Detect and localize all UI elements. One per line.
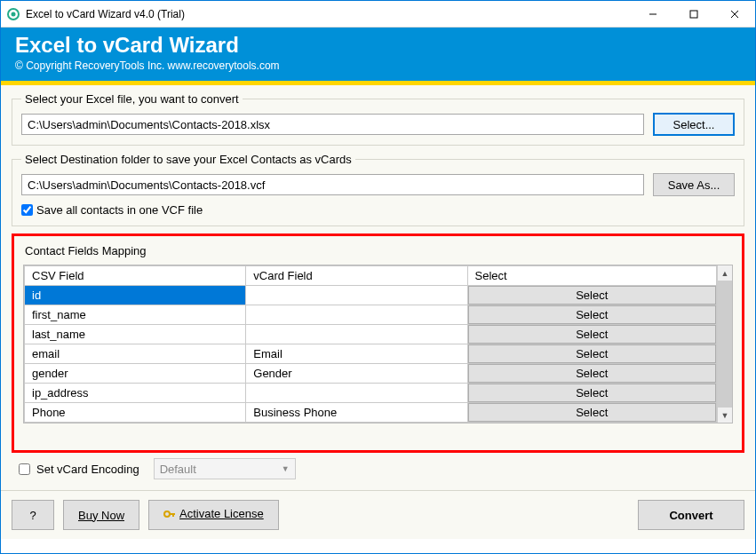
csv-cell: last_name <box>25 325 246 344</box>
csv-cell: gender <box>25 364 246 384</box>
destination-fieldset: Select Destination folder to save your E… <box>12 153 744 226</box>
vcard-cell <box>246 305 467 325</box>
mapping-fieldset: Contact Fields Mapping CSV Field vCard F… <box>12 233 744 453</box>
vcard-cell <box>246 286 467 305</box>
select-cell: Select <box>467 403 716 423</box>
table-scrollbar[interactable]: ▲ ▼ <box>717 265 732 423</box>
window-title: Excel to vCard Wizard v4.0 (Trial) <box>26 8 633 20</box>
svg-point-1 <box>12 12 16 16</box>
select-cell: Select <box>467 364 716 384</box>
convert-button[interactable]: Convert <box>638 500 744 530</box>
table-row[interactable]: emailEmailSelect <box>25 344 717 364</box>
app-header: Excel to vCard Wizard © Copyright Recove… <box>1 28 755 81</box>
buy-now-button[interactable]: Buy Now <box>63 500 139 530</box>
vcard-cell: Gender <box>246 364 467 384</box>
encoding-row: Set vCard Encoding Default ▼ <box>12 453 744 490</box>
vcard-cell: Business Phone <box>246 403 467 423</box>
select-source-button[interactable]: Select... <box>653 113 735 136</box>
csv-cell: id <box>25 286 246 305</box>
app-icon <box>6 7 20 21</box>
csv-cell: email <box>25 344 246 364</box>
chevron-down-icon: ▼ <box>282 464 290 473</box>
app-title: Excel to vCard Wizard <box>15 33 741 58</box>
row-select-button[interactable]: Select <box>468 403 716 422</box>
footer: ? Buy Now Activate License Convert <box>1 490 755 539</box>
csv-cell: Phone <box>25 403 246 423</box>
table-row[interactable]: PhoneBusiness PhoneSelect <box>25 403 717 423</box>
select-cell: Select <box>467 305 716 325</box>
mapping-legend: Contact Fields Mapping <box>25 244 733 257</box>
row-select-button[interactable]: Select <box>468 305 716 324</box>
source-fieldset: Select your Excel file, you want to conv… <box>12 92 744 146</box>
row-select-button[interactable]: Select <box>468 325 716 344</box>
encoding-value: Default <box>160 463 196 476</box>
row-select-button[interactable]: Select <box>468 384 716 402</box>
row-select-button[interactable]: Select <box>468 344 716 363</box>
table-row[interactable]: first_nameSelect <box>25 305 717 325</box>
scroll-thumb[interactable] <box>718 281 732 408</box>
col-vcard: vCard Field <box>246 266 467 286</box>
save-one-vcf-label: Save all contacts in one VCF file <box>36 203 203 217</box>
select-cell: Select <box>467 286 716 305</box>
select-cell: Select <box>467 344 716 364</box>
table-row[interactable]: last_nameSelect <box>25 325 717 344</box>
vcard-cell <box>246 325 467 344</box>
encoding-combo[interactable]: Default ▼ <box>154 458 296 479</box>
table-header-row: CSV Field vCard Field Select <box>25 266 717 286</box>
select-cell: Select <box>467 384 716 403</box>
col-csv: CSV Field <box>25 266 246 286</box>
row-select-button[interactable]: Select <box>468 364 716 383</box>
table-row[interactable]: genderGenderSelect <box>25 364 717 384</box>
minimize-button[interactable] <box>633 1 673 27</box>
copyright-text: © Copyright RecoveryTools Inc. www.recov… <box>15 59 741 72</box>
save-one-vcf-checkbox[interactable] <box>21 204 33 216</box>
scroll-up-icon[interactable]: ▲ <box>718 265 732 281</box>
activate-license-button[interactable]: Activate License <box>148 500 279 530</box>
content-area: Select your Excel file, you want to conv… <box>1 85 755 490</box>
encoding-checkbox[interactable] <box>19 463 30 475</box>
key-icon <box>163 508 176 523</box>
vcard-cell: Email <box>246 344 467 364</box>
source-legend: Select your Excel file, you want to conv… <box>21 92 243 106</box>
vcard-cell <box>246 384 467 403</box>
csv-cell: first_name <box>25 305 246 325</box>
save-as-button[interactable]: Save As... <box>653 173 735 196</box>
mapping-table: CSV Field vCard Field Select idSelectfir… <box>24 265 717 423</box>
scroll-down-icon[interactable]: ▼ <box>718 408 732 423</box>
encoding-checkbox-wrap: Set vCard Encoding <box>15 461 139 478</box>
svg-rect-3 <box>690 11 697 18</box>
row-select-button[interactable]: Select <box>468 286 716 305</box>
close-button[interactable] <box>714 1 755 27</box>
table-row[interactable]: ip_addressSelect <box>25 384 717 403</box>
source-path-input[interactable] <box>21 114 644 135</box>
csv-cell: ip_address <box>25 384 246 403</box>
window-controls <box>633 1 755 27</box>
col-select: Select <box>467 266 716 286</box>
table-row[interactable]: idSelect <box>25 286 717 305</box>
encoding-label: Set vCard Encoding <box>36 463 139 476</box>
mapping-table-wrap: CSV Field vCard Field Select idSelectfir… <box>23 265 733 423</box>
help-button[interactable]: ? <box>12 500 54 530</box>
destination-path-input[interactable] <box>21 174 644 195</box>
destination-legend: Select Destination folder to save your E… <box>21 153 355 166</box>
maximize-button[interactable] <box>673 1 714 27</box>
titlebar: Excel to vCard Wizard v4.0 (Trial) <box>1 1 755 28</box>
select-cell: Select <box>467 325 716 344</box>
